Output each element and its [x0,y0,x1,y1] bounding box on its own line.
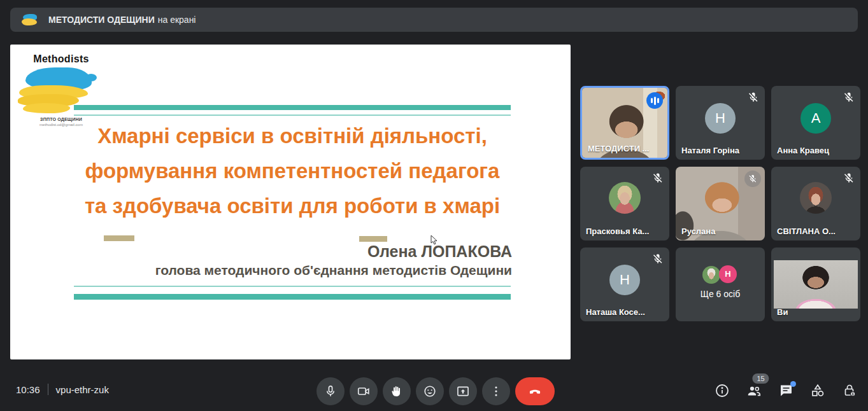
slide-accent-bar-left [104,235,134,241]
participant-tile-methodists[interactable]: МЕТОДИСТИ ... [580,86,669,160]
meeting-code: vpu-ethr-zuk [56,384,109,395]
mic-off-icon [843,91,855,104]
activities-button[interactable] [809,382,826,399]
divider [48,384,48,395]
participants-button[interactable]: 15 [746,382,762,399]
participant-name: СВІТЛАНА О... [777,226,857,236]
camera-icon [357,384,371,398]
more-options-button[interactable] [482,377,510,405]
avatar: Н [705,103,736,134]
participant-tile-you[interactable]: Ви [771,247,860,321]
presentation-banner: МЕТОДИСТИ ОДЕЩИНИ на екрані [10,8,858,32]
slide-divider-top-thick [74,105,511,110]
participants-grid: МЕТОДИСТИ ... Н Наталя Горіна А Анна Кра… [580,86,860,321]
shared-presentation: Methodists ЗППТО ОДЕЩИНИ methodist.od@gm… [10,45,571,359]
author-role: голова методичного об'єднання методистів… [155,261,512,280]
participant-tile-praskovya[interactable]: Прасковья Ка... [580,167,669,240]
camera-button[interactable] [350,377,378,405]
overflow-count-label: Ще 6 осіб [676,289,765,299]
slide-title-line1: Хмарні сервіси в освітній діяльності, [48,118,536,153]
presenter-logo-icon [22,13,38,26]
mic-icon [324,384,338,398]
chat-notification-dot [790,381,796,387]
mic-button[interactable] [317,377,345,405]
mic-off-icon [744,171,761,187]
slide-title-line3: та здобувача освіти для роботи в хмарі [48,188,536,223]
info-icon [715,383,730,398]
participant-tile-ruslana[interactable]: Руслана [676,167,765,240]
participant-name: МЕТОДИСТИ ... [588,144,664,153]
present-screen-button[interactable] [449,377,477,405]
avatar: Н [609,265,640,295]
overflow-avatars: Н [702,265,738,284]
reactions-button[interactable] [416,377,444,405]
slide-title-line2: формування компетентностей педагога [48,153,536,188]
banner-suffix: на екрані [158,15,196,25]
meeting-details-button[interactable] [714,382,730,399]
activities-icon [810,383,825,398]
mic-off-icon [747,91,760,104]
meeting-info: 10:36 vpu-ethr-zuk [16,384,109,395]
slide-accent-bar-right [359,236,387,242]
author-name: Олена ЛОПАКОВА [155,242,512,261]
participant-name: Руслана [681,226,761,236]
self-video [774,260,858,309]
participant-name: Наталя Горіна [681,146,761,155]
avatar-photo [702,266,720,284]
slide-divider-bottom-thick [74,294,511,300]
mic-off-icon [843,172,855,185]
participant-tile-svitlana[interactable]: СВІТЛАНА О... [771,167,860,240]
slide-author-block: Олена ЛОПАКОВА голова методичного об'єдн… [155,242,512,280]
end-call-button[interactable] [515,377,555,405]
participant-name: Наташа Косе... [586,307,665,317]
mic-off-icon [651,172,664,185]
avatar: А [800,103,831,134]
participant-tile-anna-kravets[interactable]: А Анна Кравец [771,86,860,160]
call-controls [317,377,555,405]
participant-count-badge: 15 [752,373,769,384]
slide-divider-bottom-thin [74,286,511,287]
avatar-photo [800,182,832,214]
host-controls-button[interactable] [841,382,858,399]
clock-time: 10:36 [16,384,40,395]
presenter-name: МЕТОДИСТИ ОДЕЩИНИ [48,15,155,25]
audio-level-indicator-icon [646,92,663,109]
meeting-controls-bar: 10:36 vpu-ethr-zuk [0,372,868,411]
people-icon [746,383,762,398]
participant-tile-natasha[interactable]: Н Наташа Косе... [580,247,669,321]
participant-tile-overflow[interactable]: Н Ще 6 осіб [676,247,765,321]
avatar-photo [609,182,641,214]
present-screen-icon [456,384,470,398]
participant-tile-natalia-gorina[interactable]: Н Наталя Горіна [676,86,765,160]
more-options-icon [489,384,503,398]
avatar: Н [719,265,737,283]
end-call-icon [528,384,542,398]
participant-name: Анна Кравец [777,146,857,155]
participant-name: Прасковья Ка... [586,226,665,236]
participant-name: Ви [777,307,857,317]
slide-logo-title: Methodists [18,53,104,65]
reactions-icon [423,384,437,398]
mic-off-icon [651,253,664,265]
host-controls-lock-icon [842,383,857,398]
raise-hand-icon [390,384,404,398]
chat-button[interactable] [778,382,794,399]
slide-divider-top-thin [74,115,511,116]
side-panel-icons: 15 [714,382,858,399]
slide-title: Хмарні сервіси в освітній діяльності, фо… [48,118,536,223]
raise-hand-button[interactable] [383,377,411,405]
